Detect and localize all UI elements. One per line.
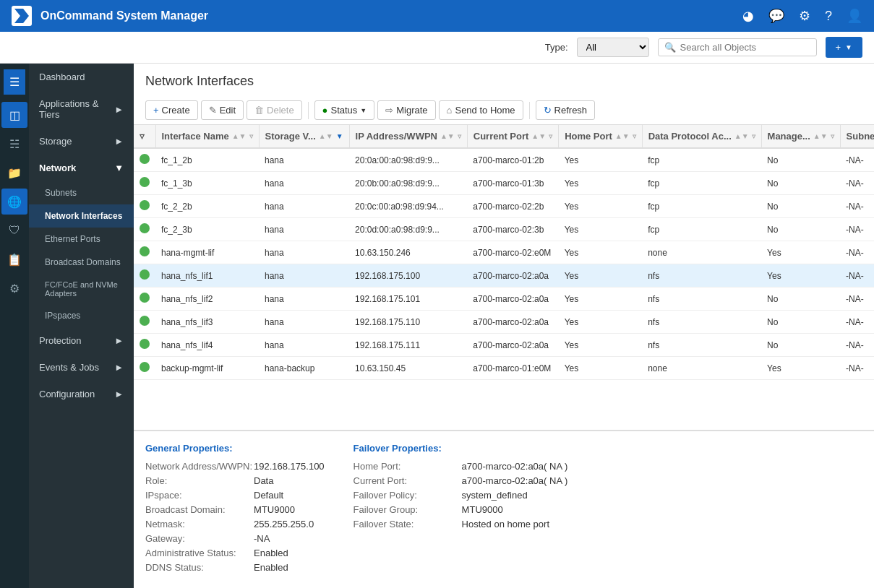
sidebar-subitem-fcfcoe[interactable]: FC/FCoE and NVMe Adapters (29, 274, 134, 304)
sidebar-subitem-ipspaces[interactable]: IPspaces (29, 304, 134, 327)
cell-data-protocol: fcp (642, 148, 761, 172)
sidebar-item-storage[interactable]: Storage ► (29, 128, 134, 155)
cell-management: No (761, 311, 840, 334)
cell-subnet: -NA- (840, 264, 874, 287)
edit-button[interactable]: ✎ Edit (201, 100, 244, 120)
col-home-port[interactable]: Home Port ▲▼ ▿ (559, 125, 643, 148)
cell-name: hana_nfs_lif4 (155, 334, 259, 357)
page-title: Network Interfaces (145, 74, 862, 89)
plus-icon: + (836, 42, 841, 53)
sidebar-icon-storage[interactable]: 📁 (1, 160, 27, 186)
sidebar-icon-events[interactable]: 📋 (1, 246, 27, 272)
sidebar-item-dashboard[interactable]: Dashboard (29, 64, 134, 90)
table-row[interactable]: hana-mgmt-lif hana 10.63.150.246 a700-ma… (134, 241, 874, 264)
compass-icon[interactable]: ◕ (742, 8, 754, 24)
sidebar-icon-network[interactable]: 🌐 (1, 189, 27, 215)
sort-icon: ▲▼ (319, 132, 333, 140)
general-properties: General Properties: Network Address/WWPN… (145, 443, 325, 576)
user-icon[interactable]: 👤 (847, 8, 862, 24)
toolbar: + Create ✎ Edit 🗑 Delete ● Status ▼ (145, 96, 862, 124)
cell-ip: 192.168.175.110 (349, 311, 467, 334)
table-row[interactable]: hana_nfs_lif1 hana 192.168.175.100 a700-… (134, 264, 874, 287)
sidebar-icon-dashboard[interactable]: ◫ (1, 102, 27, 128)
hamburger-button[interactable]: ☰ (4, 69, 25, 95)
sort-icon: ▲▼ (440, 132, 455, 140)
cell-status (134, 172, 155, 195)
search-icon: 🔍 (664, 42, 676, 53)
filter-icon: ▿ (752, 132, 755, 140)
table-row[interactable]: fc_1_3b hana 20:0b:00:a0:98:d9:9... a700… (134, 172, 874, 195)
sidebar-icon-apps[interactable]: ☵ (1, 131, 27, 157)
col-subnet[interactable]: Subnet ▲▼ ▿ (840, 125, 874, 148)
chat-icon[interactable]: 💬 (768, 8, 784, 24)
cell-storage-vm: hana-backup (259, 357, 349, 380)
col-current-port[interactable]: Current Port ▲▼ ▿ (467, 125, 558, 148)
cell-current-port: a700-marco-02:a0a (467, 334, 558, 357)
gear-icon[interactable]: ⚙ (799, 8, 810, 24)
add-button[interactable]: + ▼ (826, 37, 863, 58)
table-row[interactable]: fc_2_3b hana 20:0d:00:a0:98:d9:9... a700… (134, 218, 874, 241)
sidebar-item-apps[interactable]: Applications & Tiers ► (29, 90, 134, 128)
cell-subnet: -NA- (840, 357, 874, 380)
cell-subnet: -NA- (840, 195, 874, 218)
table-row[interactable]: hana_nfs_lif2 hana 192.168.175.101 a700-… (134, 287, 874, 311)
cell-storage-vm: hana (259, 172, 349, 195)
status-button[interactable]: ● Status ▼ (314, 100, 375, 120)
col-ip-address[interactable]: IP Address/WWPN ▲▼ ▿ (349, 125, 467, 148)
sidebar-icon-config[interactable]: ⚙ (1, 275, 27, 301)
type-select[interactable]: All (577, 38, 649, 57)
cell-current-port: a700-marco-02:3b (467, 218, 558, 241)
cell-home-port: Yes (559, 334, 643, 357)
cell-name: hana-mgmt-lif (155, 241, 259, 264)
cell-management: No (761, 172, 840, 195)
sidebar-item-network[interactable]: Network ▼ (29, 155, 134, 181)
cell-ip: 10.63.150.246 (349, 241, 467, 264)
sidebar-icon-protection[interactable]: 🛡 (1, 217, 27, 243)
cell-status (134, 311, 155, 334)
toolbar-separator-2 (529, 102, 530, 119)
table-row[interactable]: fc_1_2b hana 20:0a:00:a0:98:d9:9... a700… (134, 148, 874, 172)
send-to-home-button[interactable]: ⌂ Send to Home (439, 100, 523, 120)
col-data-protocol[interactable]: Data Protocol Ac... ▲▼ ▿ (642, 125, 761, 148)
sidebar-item-events[interactable]: Events & Jobs ► (29, 354, 134, 381)
help-icon[interactable]: ? (825, 9, 832, 24)
chevron-right-icon: ► (114, 104, 124, 115)
sidebar-item-protection[interactable]: Protection ► (29, 327, 134, 354)
detail-failover-group: Failover Group: MTU9000 (354, 504, 568, 515)
sidebar-subitem-subnets[interactable]: Subnets (29, 181, 134, 204)
cell-subnet: -NA- (840, 148, 874, 172)
cell-name: fc_1_3b (155, 172, 259, 195)
table-row[interactable]: backup-mgmt-lif hana-backup 10.63.150.45… (134, 357, 874, 380)
create-button[interactable]: + Create (145, 100, 198, 120)
sidebar-item-configuration[interactable]: Configuration ► (29, 381, 134, 407)
cell-name: hana_nfs_lif1 (155, 264, 259, 287)
sidebar-subitem-broadcast-domains[interactable]: Broadcast Domains (29, 251, 134, 274)
cell-home-port: Yes (559, 264, 643, 287)
detail-admin-status: Administrative Status: Enabled (145, 548, 325, 558)
delete-button[interactable]: 🗑 Delete (247, 100, 302, 120)
search-input[interactable] (680, 42, 810, 53)
cell-management: Yes (761, 264, 840, 287)
col-storage-vm[interactable]: Storage V... ▲▼ ▼ (259, 125, 349, 148)
migrate-button[interactable]: ⇨ Migrate (377, 100, 435, 120)
cell-data-protocol: none (642, 357, 761, 380)
sidebar-subitem-ethernet-ports[interactable]: Ethernet Ports (29, 228, 134, 251)
col-management[interactable]: Manage... ▲▼ ▿ (761, 125, 840, 148)
cell-management: No (761, 334, 840, 357)
col-interface-name[interactable]: Interface Name ▲▼ ▿ (155, 125, 259, 148)
chevron-right-icon: ► (114, 335, 124, 346)
cell-storage-vm: hana (259, 195, 349, 218)
refresh-button[interactable]: ↻ Refresh (536, 100, 596, 120)
table-row[interactable]: hana_nfs_lif3 hana 192.168.175.110 a700-… (134, 311, 874, 334)
sidebar-subitem-network-interfaces[interactable]: Network Interfaces (29, 204, 134, 228)
cell-subnet: -NA- (840, 218, 874, 241)
cell-storage-vm: hana (259, 311, 349, 334)
cell-data-protocol: nfs (642, 334, 761, 357)
table-row[interactable]: fc_2_2b hana 20:0c:00:a0:98:d9:94... a70… (134, 195, 874, 218)
cell-status (134, 357, 155, 380)
sidebar-left: ☰ ◫ ☵ 📁 🌐 🛡 📋 ⚙ (0, 64, 29, 588)
plus-icon: + (153, 105, 159, 116)
cell-management: No (761, 195, 840, 218)
table-row[interactable]: hana_nfs_lif4 hana 192.168.175.111 a700-… (134, 334, 874, 357)
col-status[interactable]: ▿ (134, 125, 155, 148)
